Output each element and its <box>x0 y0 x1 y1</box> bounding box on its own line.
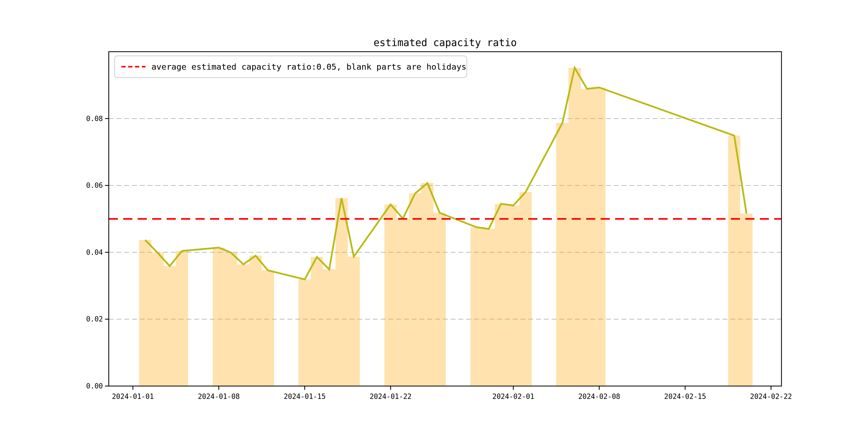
bar <box>139 240 151 386</box>
figure: 0.000.020.040.060.082024-01-012024-01-08… <box>0 0 868 434</box>
bar <box>384 205 397 386</box>
bar <box>483 229 495 386</box>
bar <box>323 269 335 386</box>
legend-label: average estimated capacity ratio:0.05, b… <box>151 62 466 71</box>
x-tick-label: 2024-02-08 <box>578 393 620 401</box>
y-tick-label: 0.02 <box>86 315 103 323</box>
bar <box>507 206 520 386</box>
bar <box>433 213 446 386</box>
x-tick-label: 2024-01-08 <box>198 393 240 401</box>
chart-title: estimated capacity ratio <box>109 37 781 49</box>
bar <box>237 265 249 386</box>
bar <box>176 251 188 386</box>
bar <box>409 193 422 386</box>
bar <box>581 89 593 386</box>
bar <box>740 214 752 386</box>
bar <box>470 227 483 386</box>
bar <box>348 257 360 386</box>
x-tick-label: 2024-02-01 <box>492 393 534 401</box>
bar <box>225 253 237 386</box>
bar <box>249 255 262 386</box>
bar <box>213 248 225 386</box>
x-tick-label: 2024-01-01 <box>112 393 154 401</box>
bar <box>262 270 274 386</box>
bar <box>311 257 323 386</box>
bar <box>299 279 311 386</box>
bar <box>495 204 507 386</box>
legend: average estimated capacity ratio:0.05, b… <box>114 56 467 78</box>
bar <box>151 253 164 386</box>
bar <box>164 266 176 386</box>
bar <box>421 183 433 386</box>
bar <box>593 88 606 386</box>
x-tick-label: 2024-01-22 <box>370 393 412 401</box>
y-tick-label: 0.08 <box>86 115 103 123</box>
y-tick-label: 0.04 <box>86 248 103 256</box>
bar <box>728 135 741 386</box>
x-tick-label: 2024-02-15 <box>664 393 706 401</box>
y-tick-label: 0.00 <box>86 382 103 390</box>
y-tick-label: 0.06 <box>86 181 103 189</box>
bars <box>139 68 752 386</box>
bar <box>556 123 568 386</box>
bar <box>568 68 581 386</box>
bar <box>520 192 532 386</box>
x-tick-label: 2024-02-22 <box>750 393 792 401</box>
legend-dash-sample-icon <box>121 65 146 68</box>
bar <box>397 219 409 386</box>
x-tick-label: 2024-01-15 <box>284 393 326 401</box>
